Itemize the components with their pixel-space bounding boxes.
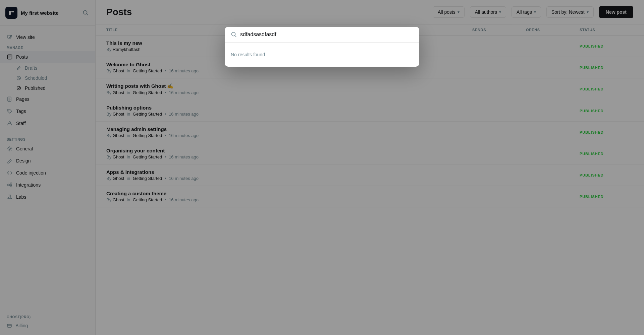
- search-overlay[interactable]: No results found: [0, 0, 644, 335]
- svg-point-29: [232, 32, 235, 36]
- svg-line-30: [235, 36, 236, 37]
- search-icon: [231, 31, 237, 38]
- search-input[interactable]: [240, 31, 413, 38]
- search-modal: No results found: [225, 27, 419, 67]
- search-input-row: [225, 27, 419, 43]
- no-results-message: No results found: [225, 43, 419, 67]
